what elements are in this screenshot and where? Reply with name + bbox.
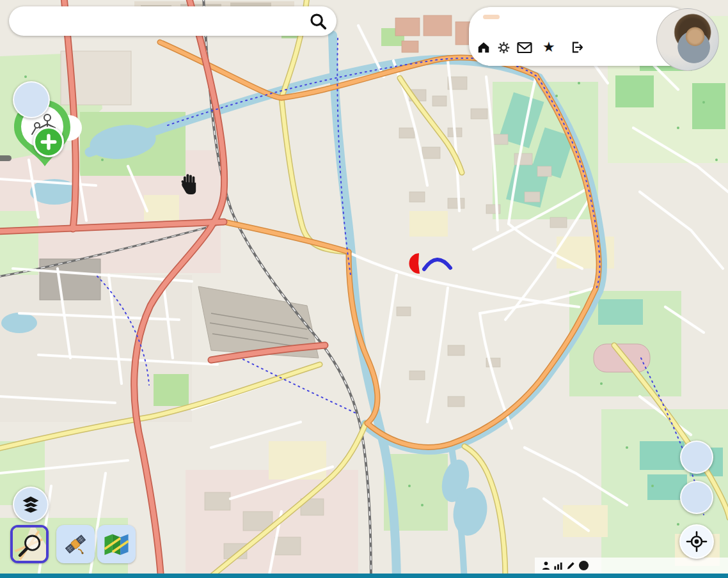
geolocate-button[interactable] bbox=[679, 524, 714, 559]
layers-icon bbox=[21, 495, 40, 514]
plus-icon bbox=[40, 134, 57, 150]
mapcomplete-app: ★ bbox=[0, 0, 728, 578]
background-style-folded-map-button[interactable] bbox=[97, 525, 136, 563]
user-avatar[interactable] bbox=[656, 8, 719, 71]
layers-button[interactable] bbox=[13, 487, 49, 522]
mail-icon[interactable] bbox=[517, 42, 532, 54]
geolocate-icon bbox=[686, 531, 708, 552]
add-item-tooltip bbox=[0, 155, 12, 161]
background-style-satellite-button[interactable] bbox=[56, 525, 95, 563]
map-canvas[interactable] bbox=[0, 0, 728, 578]
home-icon[interactable] bbox=[477, 40, 491, 54]
help-button[interactable] bbox=[13, 81, 50, 118]
edit-pencil-icon[interactable] bbox=[566, 561, 576, 570]
zoom-out-button[interactable] bbox=[680, 481, 713, 514]
satellite-icon bbox=[63, 531, 88, 557]
testing-badge bbox=[483, 15, 500, 19]
contributor-icon[interactable] bbox=[541, 561, 551, 570]
folded-map-icon bbox=[104, 533, 129, 555]
logout-icon[interactable] bbox=[569, 40, 584, 54]
attribution-bar bbox=[535, 558, 728, 574]
star-icon[interactable]: ★ bbox=[542, 40, 555, 54]
search-input[interactable] bbox=[20, 13, 308, 29]
add-item-button[interactable] bbox=[33, 127, 64, 157]
location-search-box bbox=[9, 6, 336, 36]
osm-carto-thumbnail-icon bbox=[13, 526, 46, 562]
zoom-in-button[interactable] bbox=[680, 441, 713, 474]
gear-icon[interactable] bbox=[497, 41, 510, 54]
search-icon[interactable] bbox=[308, 12, 328, 31]
community-icon[interactable] bbox=[578, 560, 589, 571]
background-style-map-button[interactable] bbox=[10, 525, 49, 563]
hand-cursor-icon bbox=[180, 173, 199, 194]
bottom-strip bbox=[0, 574, 728, 578]
statistics-icon[interactable] bbox=[553, 561, 564, 570]
